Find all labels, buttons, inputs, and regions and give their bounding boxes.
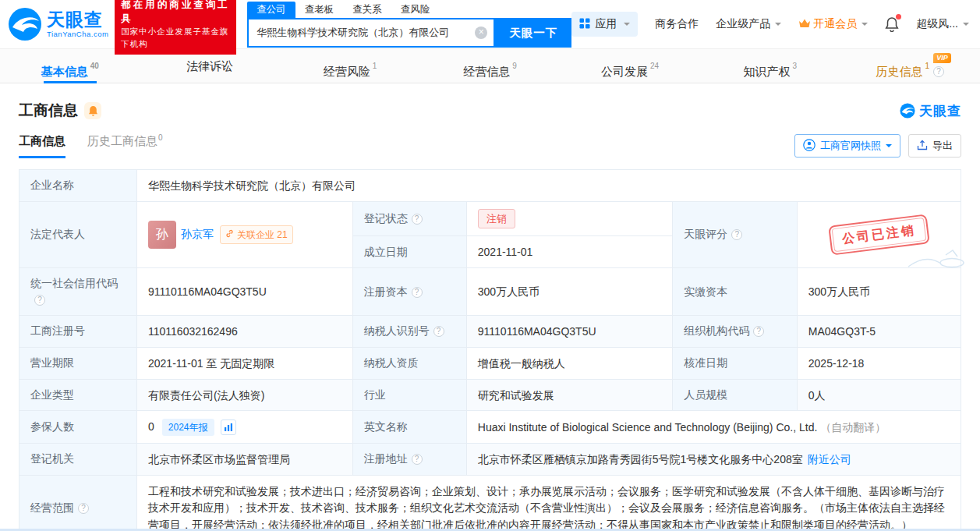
field-label: 天眼评分?: [673, 201, 797, 267]
help-icon[interactable]: ?: [753, 326, 764, 337]
nearby-companies-link[interactable]: 附近公司: [808, 453, 851, 466]
company-search-input[interactable]: [256, 27, 475, 39]
help-icon[interactable]: ?: [34, 295, 45, 306]
field-value: 2025-12-18: [797, 347, 961, 379]
official-snapshot-button[interactable]: 工商官网快照: [794, 134, 900, 158]
main-tab-0[interactable]: 基本信息40: [0, 49, 140, 83]
field-label-text: 经营范围: [30, 501, 74, 514]
field-label: 统一社会信用代码?: [19, 268, 137, 316]
field-label-text: 营业期限: [30, 356, 74, 369]
main-tab-4[interactable]: 公司发展24: [560, 49, 700, 83]
field-value: Huaxi Institute of Biological Science an…: [466, 411, 961, 443]
field-label: 注册资本?: [352, 268, 466, 316]
search-tab-1[interactable]: 查老板: [295, 2, 344, 18]
legal-rep-link[interactable]: 孙京军: [181, 228, 214, 240]
text: 增值税一般纳税人: [478, 357, 565, 370]
field-value: 91110116MA04GQ3T5U: [137, 268, 353, 316]
table-row: 工商注册号110116032162496纳税人识别号?91110116MA04G…: [19, 316, 961, 348]
section-title: 工商信息: [19, 101, 78, 121]
main-tab-bar: 基本信息40法律诉讼经营风险1经营信息9公司发展24知识产权3历史信息1?VIP: [0, 48, 980, 83]
tab-count: 1: [925, 62, 929, 70]
nav-enterprise-products[interactable]: 企业级产品: [716, 17, 781, 31]
annual-report-badge[interactable]: 2024年报: [162, 419, 214, 436]
table-row: 法定代表人孙孙京军关联企业 21登记状态?注销天眼评分?公司已注销: [19, 201, 961, 236]
help-icon[interactable]: ?: [412, 287, 423, 298]
help-icon[interactable]: ?: [933, 66, 944, 77]
nav-apps[interactable]: 应用: [571, 12, 638, 37]
tab-label: 经营风险: [324, 65, 370, 78]
main-tab-1[interactable]: 法律诉讼: [140, 49, 281, 83]
field-label-text: 企业名称: [30, 179, 74, 191]
help-icon[interactable]: ?: [412, 454, 423, 465]
field-label: 英文名称: [352, 411, 466, 443]
search-tab-3[interactable]: 查风险: [391, 2, 440, 18]
subtab-1[interactable]: 历史工商信息0: [87, 133, 163, 158]
field-label: 企业名称: [19, 170, 137, 202]
text: 有限责任公司(法人独资): [148, 388, 264, 401]
field-value: MA04GQ3T-5: [797, 316, 961, 348]
clear-search-icon[interactable]: [475, 27, 487, 39]
nav-business-coop[interactable]: 商务合作: [655, 17, 699, 31]
main-tab-5[interactable]: 知识产权3: [700, 49, 840, 83]
search-tab-0[interactable]: 查公司: [247, 2, 295, 18]
field-label-text: 企业类型: [30, 388, 74, 401]
field-label-text: 注册资本: [364, 285, 408, 298]
notification-dot: [896, 14, 901, 19]
notification-bell-icon[interactable]: [885, 16, 899, 32]
table-row: 企业名称华熙生物科学技术研究院（北京）有限公司: [19, 170, 961, 202]
main-tab-3[interactable]: 经营信息9: [420, 49, 561, 83]
help-icon[interactable]: ?: [412, 214, 423, 225]
field-label-text: 登记状态: [364, 212, 408, 225]
tianyancha-logo-icon: [8, 7, 42, 41]
site-logo[interactable]: 天眼查 TianYanCha.com: [8, 7, 108, 41]
tab-count: 24: [650, 62, 659, 70]
field-label-text: 天眼评分: [684, 228, 727, 240]
related-companies-badge[interactable]: 关联企业 21: [220, 225, 293, 244]
slogan-line1: 都在用的商业查询工具: [121, 0, 230, 26]
report-chart-icon[interactable]: [221, 419, 236, 435]
subtab-label: 工商信息: [19, 134, 65, 147]
alert-bell-icon[interactable]: [84, 102, 101, 119]
field-label: 注册地址?: [352, 443, 466, 475]
deregistered-stamp-area: 公司已注销: [830, 220, 929, 250]
field-label-text: 参保人数: [30, 420, 74, 433]
field-value: 孙孙京军关联企业 21: [137, 201, 353, 267]
help-icon[interactable]: ?: [433, 326, 444, 337]
help-icon[interactable]: ?: [731, 229, 742, 240]
field-label-text: 英文名称: [364, 420, 408, 433]
related-companies-label: 关联企业 21: [237, 228, 288, 242]
watermark-label: 天眼查: [919, 102, 961, 120]
field-label: 法定代表人: [19, 201, 137, 267]
field-label: 工商注册号: [19, 316, 137, 348]
text: 91110116MA04GQ3T5U: [478, 325, 596, 338]
field-value: 300万人民币: [466, 268, 673, 316]
subtab-0[interactable]: 工商信息: [19, 134, 65, 158]
field-label: 营业期限: [19, 347, 137, 379]
main-tab-6[interactable]: 历史信息1?VIP: [840, 49, 980, 83]
nav-membership[interactable]: 开通会员: [798, 17, 868, 31]
text: 工程和技术研究和试验发展；技术进出口；经济贸易咨询；企业策划、设计；承办展览展示…: [148, 484, 945, 531]
search-button[interactable]: 天眼一下: [495, 18, 571, 48]
brand-slogan-badge: 都在用的商业查询工具 国家中小企业发展子基金旗下机构: [115, 0, 236, 55]
tab-label: 历史信息: [876, 65, 922, 78]
field-label: 核准日期: [673, 347, 797, 379]
main-tab-2[interactable]: 经营风险1: [280, 49, 420, 83]
export-button[interactable]: 导出: [908, 134, 961, 158]
subtab-label: 历史工商信息: [87, 134, 157, 147]
person-circle-icon: [803, 139, 815, 154]
field-label: 纳税人识别号?: [352, 316, 466, 348]
field-value: 110116032162496: [137, 316, 353, 348]
search-tab-2[interactable]: 查关系: [343, 2, 391, 18]
field-value: 注销: [466, 201, 673, 236]
help-icon[interactable]: ?: [78, 503, 89, 514]
nav-membership-label: 开通会员: [813, 17, 857, 31]
field-label-text: 人员规模: [684, 388, 727, 401]
nav-super-risk[interactable]: 超级风...: [916, 17, 969, 31]
field-value: 02024年报: [137, 411, 353, 443]
subtab-row: 工商信息历史工商信息0 工商官网快照 导出: [0, 133, 980, 158]
field-value: 增值税一般纳税人: [466, 347, 673, 379]
status-badge: 注销: [478, 209, 515, 229]
text: MA04GQ3T-5: [808, 325, 876, 338]
field-label-text: 实缴资本: [684, 285, 727, 298]
section-head: 工商信息 天眼查: [0, 83, 980, 133]
